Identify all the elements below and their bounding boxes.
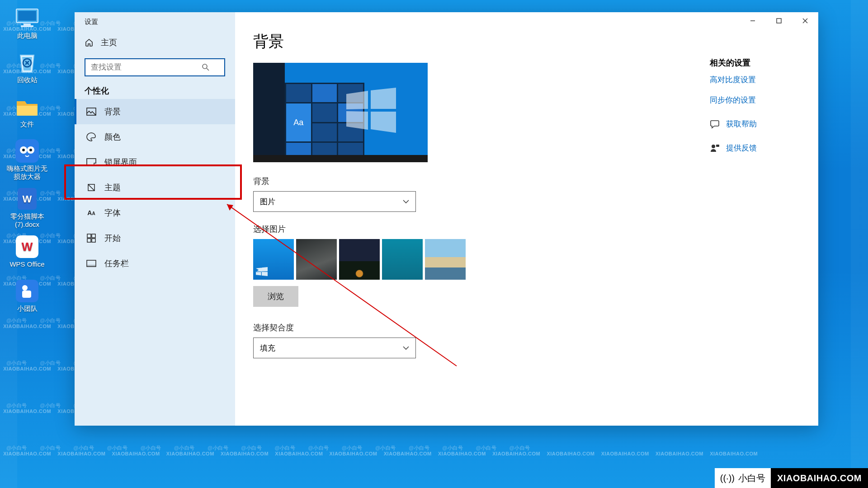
sidebar-item-taskbar[interactable]: 任务栏 xyxy=(75,251,235,276)
monitor-icon xyxy=(14,6,40,30)
related-heading: 相关的设置 xyxy=(710,57,800,68)
minimize-button[interactable] xyxy=(740,12,766,29)
sidebar-item-background[interactable]: 背景 xyxy=(75,99,235,124)
home-icon xyxy=(85,38,94,47)
desktop-icon-xiaotuandui[interactable]: 小团队 xyxy=(5,279,50,313)
help-icon xyxy=(710,120,720,129)
folder-icon xyxy=(14,95,40,118)
svg-rect-16 xyxy=(22,291,31,298)
desktop-icon-label: 小团队 xyxy=(5,305,50,313)
themes-icon xyxy=(86,183,96,192)
sidebar-item-label: 任务栏 xyxy=(104,258,129,269)
desktop-icon-label: 文件 xyxy=(5,120,50,128)
svg-rect-2 xyxy=(24,23,31,25)
svg-rect-21 xyxy=(94,163,96,166)
recycle-bin-icon xyxy=(14,51,40,74)
search-icon xyxy=(202,63,210,71)
feedback-label: 提供反馈 xyxy=(726,143,757,153)
svg-rect-25 xyxy=(92,239,95,242)
svg-rect-29 xyxy=(716,145,719,147)
feedback-link[interactable]: 提供反馈 xyxy=(710,143,800,153)
sidebar-item-label: 锁屏界面 xyxy=(104,157,137,168)
svg-rect-1 xyxy=(18,11,36,21)
svg-text:W: W xyxy=(22,240,33,253)
settings-sidebar: 设置 主页 个性化 背景 颜色 xyxy=(75,12,235,426)
svg-text:W: W xyxy=(23,193,32,205)
desktop-icon-img-enlarger[interactable]: 嗨格式图片无 损放大器 xyxy=(5,139,50,181)
desktop-icon-label: 此电脑 xyxy=(5,32,50,40)
sidebar-search[interactable] xyxy=(85,58,225,76)
svg-point-8 xyxy=(22,149,25,151)
chevron-down-icon xyxy=(403,346,409,350)
sidebar-item-label: 主题 xyxy=(104,182,121,193)
desktop-icon-this-pc[interactable]: 此电脑 xyxy=(5,6,50,40)
picture-thumbnails xyxy=(253,239,800,280)
background-label: 背景 xyxy=(253,176,800,187)
svg-rect-23 xyxy=(92,234,95,238)
svg-rect-31 xyxy=(777,19,781,23)
desktop-icon-label: 零分猫脚本 (7).docx xyxy=(5,212,50,229)
desktop-icon-recycle-bin[interactable]: 回收站 xyxy=(5,51,50,84)
desktop-icon-docx[interactable]: W 零分猫脚本 (7).docx xyxy=(5,187,50,229)
sidebar-item-label: 颜色 xyxy=(104,131,121,142)
get-help-label: 获取帮助 xyxy=(726,119,757,129)
desktop-icon-label: 回收站 xyxy=(5,76,50,84)
sidebar-item-label: 开始 xyxy=(104,233,121,244)
sidebar-category: 个性化 xyxy=(75,81,235,99)
wps-icon: W xyxy=(14,235,40,258)
svg-rect-5 xyxy=(15,139,39,163)
svg-point-9 xyxy=(29,149,32,151)
browse-button[interactable]: 浏览 xyxy=(253,286,298,307)
start-icon xyxy=(86,234,96,243)
background-select-value: 图片 xyxy=(260,197,275,207)
maximize-button[interactable] xyxy=(766,12,792,29)
picture-thumb[interactable] xyxy=(296,239,337,280)
team-app-icon xyxy=(14,279,40,303)
desktop-icon-label: WPS Office xyxy=(5,260,50,268)
desktop-icon-wps[interactable]: W WPS Office xyxy=(5,235,50,268)
fit-label: 选择契合度 xyxy=(253,322,800,333)
settings-content: 背景 Aa 背景 图片 选择图片 xyxy=(235,12,818,426)
desktop-icon-label: 嗨格式图片无 损放大器 xyxy=(5,164,50,181)
picture-thumb[interactable] xyxy=(425,239,466,280)
svg-rect-3 xyxy=(21,25,33,27)
sidebar-item-colors[interactable]: 颜色 xyxy=(75,124,235,150)
fit-select-value: 填充 xyxy=(260,343,275,353)
svg-rect-24 xyxy=(87,239,91,242)
sidebar-item-start[interactable]: 开始 xyxy=(75,225,235,251)
palette-icon xyxy=(86,132,96,141)
badge-left-text: 小白号 xyxy=(738,472,765,484)
sidebar-item-fonts[interactable]: AA 字体 xyxy=(75,200,235,225)
svg-rect-22 xyxy=(87,234,91,238)
desktop: @小白号 @小白号 @小白号 @小白号 @小白号 @小白号 @小白号 @小白号 … xyxy=(0,0,868,488)
watermark-badge: ((·)) 小白号 XIAOBAIHAO.COM xyxy=(715,468,868,488)
sidebar-item-lockscreen[interactable]: 锁屏界面 xyxy=(75,150,235,175)
get-help-link[interactable]: 获取帮助 xyxy=(710,119,800,129)
close-button[interactable] xyxy=(792,12,818,29)
window-title: 设置 xyxy=(75,12,235,31)
preview-sample-text: Aa xyxy=(286,103,311,141)
picture-thumb[interactable] xyxy=(339,239,380,280)
desktop-icon-folder-files[interactable]: 文件 xyxy=(5,95,50,128)
owl-app-icon xyxy=(14,139,40,163)
picture-thumb[interactable] xyxy=(253,239,294,280)
picture-icon xyxy=(86,108,96,116)
picture-thumb[interactable] xyxy=(382,239,423,280)
related-settings: 相关的设置 高对比度设置 同步你的设置 获取帮助 提供反馈 xyxy=(710,57,800,153)
background-select[interactable]: 图片 xyxy=(253,191,416,212)
badge-right-text: XIAOBAIHAO.COM xyxy=(771,468,868,488)
sidebar-home[interactable]: 主页 xyxy=(75,31,235,54)
sidebar-home-label: 主页 xyxy=(101,37,117,48)
lockscreen-icon xyxy=(86,158,96,166)
related-link-contrast[interactable]: 高对比度设置 xyxy=(710,75,800,85)
sidebar-item-label: 背景 xyxy=(104,106,121,117)
fonts-icon: AA xyxy=(86,209,96,216)
sidebar-item-themes[interactable]: 主题 xyxy=(75,175,235,200)
fit-select[interactable]: 填充 xyxy=(253,338,416,358)
page-title: 背景 xyxy=(253,31,800,52)
svg-rect-27 xyxy=(87,265,96,267)
svg-point-28 xyxy=(712,145,715,148)
svg-line-18 xyxy=(207,68,209,70)
related-link-sync[interactable]: 同步你的设置 xyxy=(710,95,800,105)
settings-window: 设置 主页 个性化 背景 颜色 xyxy=(75,12,818,426)
